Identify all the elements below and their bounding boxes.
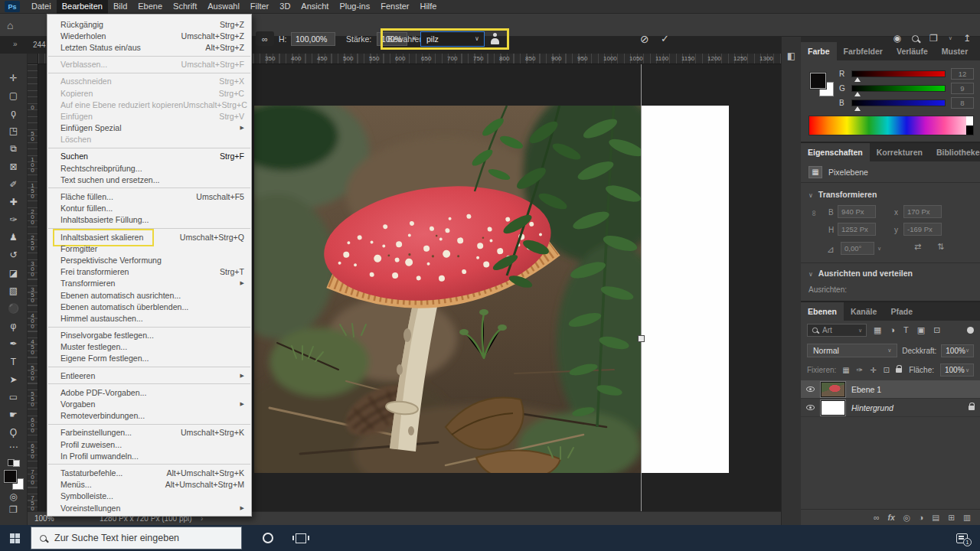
width-field[interactable]: 940 Px xyxy=(838,205,876,218)
lasso-tool[interactable]: ϙ xyxy=(0,104,28,122)
eraser-tool[interactable]: ◪ xyxy=(0,264,28,282)
menu-item[interactable]: Kontur füllen... ▶ xyxy=(47,203,251,214)
workspace-chevron-icon[interactable]: ∨ xyxy=(949,35,952,41)
x-field[interactable]: 170 Px xyxy=(903,205,942,218)
link-layers-icon[interactable]: ∞ xyxy=(874,513,880,522)
panel-collapse-icon[interactable]: ◧ xyxy=(787,51,795,61)
menu-item[interactable]: ▶ xyxy=(48,327,250,328)
link-dimensions-icon[interactable]: ∞ xyxy=(256,31,274,46)
menu-item[interactable]: ▶ xyxy=(48,187,250,188)
channel-slider[interactable] xyxy=(851,85,946,92)
menu-item[interactable]: Wiederholen Umschalt+Strg+Z ▶ xyxy=(47,30,251,41)
menu-item[interactable]: Tastaturbefehle... Alt+Umschalt+Strg+K ▶ xyxy=(47,467,251,478)
layer-group-icon[interactable]: ▤ xyxy=(932,513,939,522)
cortana-icon[interactable] xyxy=(263,533,273,543)
marquee-tool[interactable]: ▢ xyxy=(0,86,28,104)
path-selection-tool[interactable]: ➤ xyxy=(0,370,28,388)
delete-layer-icon[interactable]: ▥ xyxy=(963,513,971,522)
toolbar-expand-icon[interactable]: » xyxy=(13,40,18,48)
height-input[interactable]: 100,00% xyxy=(291,32,335,46)
menu-item[interactable]: Letzten Status ein/aus Alt+Strg+Z ▶ xyxy=(47,41,251,53)
panel-tab[interactable]: Eigenschaften xyxy=(801,143,870,161)
zoom-tool[interactable]: Ϙ xyxy=(0,424,28,442)
type-tool[interactable]: T xyxy=(0,353,28,370)
menu-item[interactable]: Symbolleiste... ▶ xyxy=(47,491,251,502)
menu-item[interactable]: Ebenen automatisch ausrichten... ▶ xyxy=(47,289,251,301)
filter-type-icon[interactable]: T xyxy=(903,325,909,335)
layer-name[interactable]: Hintergrund xyxy=(851,403,893,412)
layer-search-select[interactable]: Art ∨ xyxy=(807,324,867,337)
menu-item[interactable]: Voreinstellungen ▶ xyxy=(47,502,251,514)
filter-pixel-icon[interactable]: ▦ xyxy=(874,325,881,335)
panel-tab[interactable]: Korrekturen xyxy=(870,143,929,161)
menu-item[interactable]: Einfügen Spezial ▶ xyxy=(47,122,251,134)
menu-item[interactable]: Adobe PDF-Vorgaben... ▶ xyxy=(47,386,251,398)
blend-mode-select[interactable]: Normal ∨ xyxy=(807,344,897,357)
visibility-eye-icon[interactable] xyxy=(806,405,815,410)
flip-vertical-icon[interactable]: ⇅ xyxy=(937,242,944,252)
panel-tab[interactable]: Muster xyxy=(935,42,975,60)
layer-thumbnail[interactable] xyxy=(821,400,845,416)
lock-all-icon[interactable] xyxy=(896,368,902,373)
quick-mask-icon[interactable]: ◎ xyxy=(9,491,17,504)
shape-tool[interactable]: ▭ xyxy=(0,388,28,406)
channel-slider[interactable] xyxy=(851,99,946,106)
transform-edge-guide[interactable] xyxy=(641,64,642,511)
opacity-select[interactable]: 100% ∨ xyxy=(941,344,974,357)
menubar-item[interactable]: Fenster xyxy=(375,0,414,14)
align-section-header[interactable]: ∨Ausrichten und verteilen xyxy=(808,269,913,278)
menubar-item[interactable]: Datei xyxy=(26,0,57,14)
Ebene 1[interactable]: Ebene 1 xyxy=(801,380,980,399)
channel-value[interactable]: 8 xyxy=(951,97,974,109)
cancel-transform-icon[interactable]: ⊘ xyxy=(640,33,649,45)
workspace-icon[interactable]: ❐ xyxy=(929,33,938,44)
menu-item[interactable]: ▶ xyxy=(48,383,250,384)
new-layer-icon[interactable]: ⊞ xyxy=(948,513,955,522)
menu-item[interactable]: ▶ xyxy=(48,464,250,465)
notification-center-icon[interactable]: 1 xyxy=(956,533,968,543)
filter-adjustment-icon[interactable]: ◑ xyxy=(890,325,895,335)
menu-item[interactable]: Rückgängig Strg+Z ▶ xyxy=(47,18,251,30)
adjustment-layer-icon[interactable]: ◑ xyxy=(919,513,923,522)
menubar-item[interactable]: 3D xyxy=(274,0,296,14)
lock-paint-icon[interactable]: ✑ xyxy=(857,366,863,374)
filter-smart-object-icon[interactable]: ⊡ xyxy=(933,325,940,335)
task-view-icon[interactable] xyxy=(296,533,306,543)
menu-item[interactable]: Eigene Form festlegen... ▶ xyxy=(47,353,251,364)
visibility-eye-icon[interactable] xyxy=(806,386,815,392)
windows-start-icon[interactable] xyxy=(10,533,20,543)
filter-toggle-icon[interactable] xyxy=(967,327,974,334)
menu-item[interactable]: Auf eine Ebene reduziert kopieren Umscha… xyxy=(47,99,251,110)
taskbar-search-box[interactable]: Zur Suche Text hier eingeben xyxy=(31,527,242,549)
menubar-item[interactable]: Hilfe xyxy=(414,0,442,14)
angle-field[interactable]: 0,00° xyxy=(841,242,874,255)
account-icon[interactable]: ◉ xyxy=(893,33,901,44)
menu-item[interactable]: Text suchen und ersetzen... ▶ xyxy=(47,174,251,185)
angle-chevron-icon[interactable]: ∨ xyxy=(877,246,881,252)
menu-item[interactable]: Perspektivische Verformung ▶ xyxy=(47,254,251,266)
Hintergrund[interactable]: Hintergrund xyxy=(801,399,980,417)
pen-tool[interactable]: ✒ xyxy=(0,335,28,353)
menubar-item[interactable]: Bild xyxy=(108,0,132,14)
panel-tab[interactable]: Farbfelder xyxy=(837,42,890,60)
menu-item[interactable]: ▶ xyxy=(48,148,250,148)
gradient-tool[interactable]: ▧ xyxy=(0,282,28,299)
fill-select[interactable]: 100% ∨ xyxy=(940,364,974,377)
menu-item[interactable]: Löschen ▶ xyxy=(47,134,251,145)
layer-mask-icon[interactable]: ◎ xyxy=(903,513,910,522)
menu-item[interactable]: Himmel austauschen... ▶ xyxy=(47,312,251,324)
y-field[interactable]: -169 Px xyxy=(903,223,942,236)
channel-value[interactable]: 12 xyxy=(951,68,974,80)
filter-shape-icon[interactable]: ▣ xyxy=(917,325,925,335)
healing-brush-tool[interactable]: ✚ xyxy=(0,193,28,210)
menu-item[interactable]: Verblassen... Umschalt+Strg+F ▶ xyxy=(47,59,251,70)
hand-tool[interactable]: ☛ xyxy=(0,406,28,424)
bewahren-chevron-icon[interactable]: ∨ xyxy=(475,35,479,42)
panel-tab[interactable]: Kanäle xyxy=(844,302,884,321)
menu-item[interactable]: ▶ xyxy=(48,424,250,425)
canvas-white-area[interactable] xyxy=(642,106,729,473)
lock-frame-icon[interactable]: ⊡ xyxy=(884,366,890,374)
menu-item[interactable]: Inhaltsbasierte Füllung... ▶ xyxy=(47,214,251,226)
crop-tool[interactable]: ⧉ xyxy=(0,140,28,158)
menu-item[interactable]: Ausschneiden Strg+X ▶ xyxy=(47,76,251,87)
